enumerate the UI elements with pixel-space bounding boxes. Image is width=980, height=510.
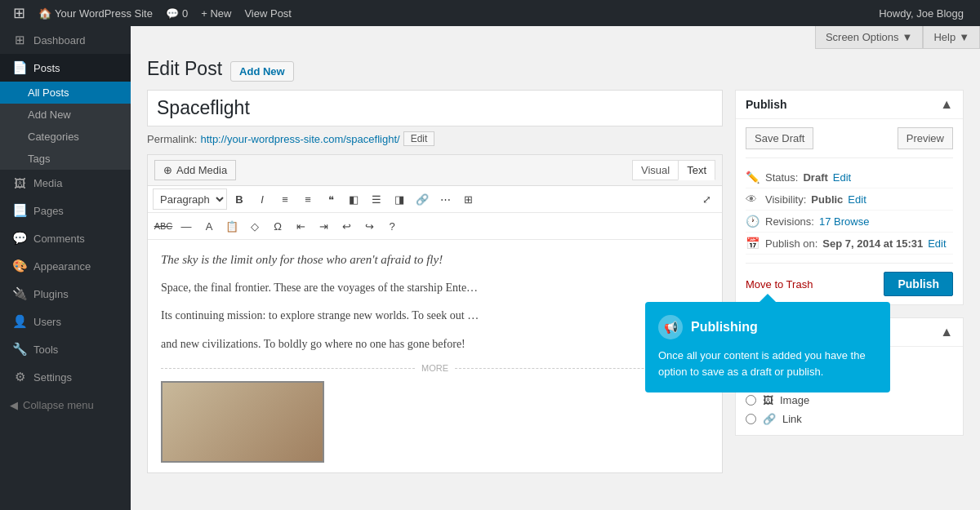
image-format-icon: 🖼 xyxy=(763,394,773,406)
visibility-label: Visibility: xyxy=(765,193,806,206)
admin-sidebar: ⊞ Dashboard 📄 Posts All Posts Add New Ca… xyxy=(0,26,131,510)
sidebar-item-pages[interactable]: 📃 Pages xyxy=(0,197,131,224)
publish-button[interactable]: Publish xyxy=(884,272,953,296)
align-left-button[interactable]: ◧ xyxy=(343,188,364,210)
text-color-button[interactable]: A xyxy=(198,215,220,237)
post-sidebar: Publish ▲ Save Draft Preview ✏️ Status: xyxy=(735,90,964,473)
strikethrough-button[interactable]: ABC xyxy=(153,215,174,237)
move-to-trash-link[interactable]: Move to Trash xyxy=(746,278,813,290)
collapse-menu-label: Collapse menu xyxy=(23,399,94,411)
sidebar-item-comments[interactable]: 💬 Comments xyxy=(0,224,131,252)
clear-format-button[interactable]: ◇ xyxy=(244,215,265,237)
visibility-edit-link[interactable]: Edit xyxy=(848,193,866,206)
visibility-value: Public xyxy=(811,193,843,206)
sidebar-label-settings: Settings xyxy=(33,371,72,384)
add-media-button[interactable]: ⊕ Add Media xyxy=(154,160,236,180)
sidebar-item-users[interactable]: 👤 Users xyxy=(0,308,131,335)
publish-on-value: Sep 7, 2014 at 15:31 xyxy=(822,237,923,250)
submenu-add-new[interactable]: Add New xyxy=(0,104,131,126)
comments-link[interactable]: 💬 0 xyxy=(159,0,194,26)
paste-text-button[interactable]: 📋 xyxy=(221,215,243,237)
wp-logo[interactable]: ⊞ xyxy=(7,0,32,26)
sidebar-item-media[interactable]: 🖼 Media xyxy=(0,170,131,197)
publish-box-toggle[interactable]: ▲ xyxy=(940,97,953,112)
outdent-button[interactable]: ⇤ xyxy=(290,215,311,237)
permalink-row: Permalink: http://your-wordpress-site.co… xyxy=(147,131,723,146)
add-new-label: Add New xyxy=(28,109,71,121)
revisions-label: Revisions: xyxy=(765,215,814,228)
undo-button[interactable]: ↩ xyxy=(336,215,357,237)
sidebar-item-plugins[interactable]: 🔌 Plugins xyxy=(0,280,131,308)
revisions-browse-link[interactable]: 17 Browse xyxy=(819,215,869,228)
screen-options-toggle[interactable]: Screen Options ▼ xyxy=(815,26,923,49)
editor-image-placeholder xyxy=(161,381,324,463)
image-format-label: Image xyxy=(780,394,809,406)
sidebar-item-dashboard[interactable]: ⊞ Dashboard xyxy=(0,26,131,54)
comments-menu-icon: 💬 xyxy=(12,231,27,246)
status-row: ✏️ Status: Draft Edit xyxy=(746,166,953,188)
link-button[interactable]: 🔗 xyxy=(412,188,433,210)
editor-toolbar-row1: Paragraph B I ≡ ≡ ❝ ◧ ☰ ◨ 🔗 ⋯ ⊞ xyxy=(148,186,722,213)
unordered-list-button[interactable]: ≡ xyxy=(274,188,296,210)
save-draft-button[interactable]: Save Draft xyxy=(746,127,813,149)
help-editor-button[interactable]: ? xyxy=(381,215,403,237)
content-paragraph-3: Its continuing mission: to explore stran… xyxy=(161,307,709,325)
indent-button[interactable]: ⇥ xyxy=(313,215,334,237)
revisions-row: 🕐 Revisions: 17 Browse xyxy=(746,211,953,233)
sidebar-item-posts[interactable]: 📄 Posts xyxy=(0,54,131,82)
align-right-button[interactable]: ◨ xyxy=(389,188,410,210)
publish-draft-actions: Save Draft Preview xyxy=(746,127,953,158)
sidebar-item-tools[interactable]: 🔧 Tools xyxy=(0,335,131,363)
toolbar-toggle-button[interactable]: ⊞ xyxy=(457,188,479,210)
redo-button[interactable]: ↪ xyxy=(359,215,380,237)
permalink-url[interactable]: http://your-wordpress-site.com/spaceflig… xyxy=(200,133,399,145)
submenu-all-posts[interactable]: All Posts xyxy=(0,82,131,104)
post-edit-area: Permalink: http://your-wordpress-site.co… xyxy=(131,82,980,481)
special-char-button[interactable]: Ω xyxy=(267,215,288,237)
add-new-post-button[interactable]: Add New xyxy=(230,61,294,82)
visibility-icon: 👁 xyxy=(746,193,760,206)
sidebar-label-comments: Comments xyxy=(33,233,85,245)
bold-button[interactable]: B xyxy=(229,188,250,210)
format-box-toggle[interactable]: ▲ xyxy=(940,325,953,339)
site-name-link[interactable]: 🏠 Your WordPress Site xyxy=(32,0,159,26)
preview-button[interactable]: Preview xyxy=(898,127,953,149)
post-title-input[interactable] xyxy=(147,90,723,126)
users-icon: 👤 xyxy=(12,314,27,329)
ordered-list-button[interactable]: ≡ xyxy=(297,188,318,210)
screen-options-label: Screen Options xyxy=(826,31,899,43)
new-content-link[interactable]: + New xyxy=(194,0,238,26)
tab-text[interactable]: Text xyxy=(678,160,715,180)
align-center-button[interactable]: ☰ xyxy=(366,188,387,210)
dashboard-icon: ⊞ xyxy=(12,33,27,47)
sidebar-label-users: Users xyxy=(33,316,61,328)
fullscreen-button[interactable]: ⤢ xyxy=(696,188,717,210)
blockquote-button[interactable]: ❝ xyxy=(320,188,341,210)
collapse-menu-button[interactable]: ◀ Collapse menu xyxy=(0,391,131,419)
editor-content-area[interactable]: The sky is the limit only for those who … xyxy=(148,240,722,472)
status-edit-link[interactable]: Edit xyxy=(833,171,851,184)
tab-visual[interactable]: Visual xyxy=(632,160,678,180)
italic-button[interactable]: I xyxy=(252,188,273,210)
submenu-tags[interactable]: Tags xyxy=(0,148,131,170)
permalink-edit-button[interactable]: Edit xyxy=(403,131,435,146)
submenu-categories[interactable]: Categories xyxy=(0,126,131,148)
format-radio-image[interactable] xyxy=(746,395,756,406)
paragraph-select[interactable]: Paragraph xyxy=(153,188,227,210)
revisions-browse-label: Browse xyxy=(834,215,869,228)
help-toggle[interactable]: Help ▼ xyxy=(923,26,980,49)
collapse-arrow-icon: ◀ xyxy=(10,399,18,411)
horizontal-rule-button[interactable]: — xyxy=(176,215,197,237)
more-button[interactable]: ⋯ xyxy=(434,188,456,210)
format-radio-link[interactable] xyxy=(746,414,756,424)
view-post-link[interactable]: View Post xyxy=(238,0,298,26)
publish-on-edit-link[interactable]: Edit xyxy=(928,237,946,250)
format-row-link: 🔗 Link xyxy=(746,410,953,428)
tooltip-header: 📢 Publishing xyxy=(658,315,877,339)
screen-options-arrow-icon: ▼ xyxy=(902,31,913,43)
post-editor-main: Permalink: http://your-wordpress-site.co… xyxy=(147,90,723,473)
sidebar-label-plugins: Plugins xyxy=(33,288,69,300)
sidebar-item-settings[interactable]: ⚙ Settings xyxy=(0,363,131,391)
link-format-icon: 🔗 xyxy=(763,413,776,425)
sidebar-item-appearance[interactable]: 🎨 Appearance xyxy=(0,252,131,280)
